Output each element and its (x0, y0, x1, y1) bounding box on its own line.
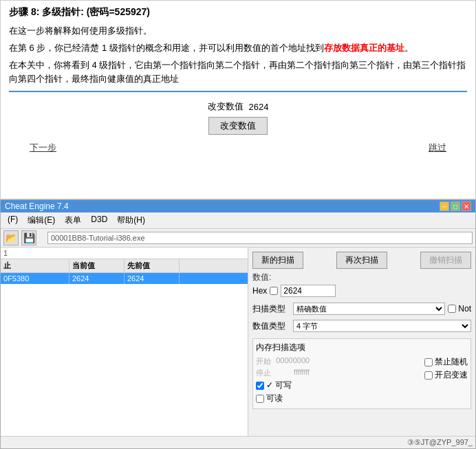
tutorial-body: 在这一步将解释如何使用多级指针。 在第 6 步，你已经清楚 1 级指针的概念和用… (9, 24, 467, 87)
tutorial-title: 步骤 8: 多级指针: (密码=525927) (9, 6, 467, 19)
value-type-row: 数值类型 4 字节 (252, 320, 471, 332)
statusbar-text: ③⑤JT@ZYP_997_ (407, 438, 473, 447)
tutorial-para2: 在第 6 步，你已经清楚 1 级指针的概念和用途，并可以利用数值的首个地址找到存… (9, 41, 467, 56)
tutorial-panel: 步骤 8: 多级指针: (密码=525927) 在这一步将解释如何使用多级指针。… (0, 0, 476, 199)
nav-row: 下一步 跳过 (9, 142, 467, 154)
value-row: 改变数值 2624 (208, 100, 269, 113)
disable-random-row: 禁止随机 (424, 356, 468, 368)
cell-current: 2624 (69, 273, 125, 284)
menu-table[interactable]: 表单 (61, 214, 85, 227)
stop-row: 停止 ffffffff (256, 368, 310, 378)
process-name: 00001BB8-Tutorial-i386.exe (51, 234, 145, 242)
stop-label: 停止 (256, 368, 271, 378)
not-checkbox[interactable] (448, 305, 456, 313)
value-section-label: 数值: (252, 272, 471, 283)
header-address: 止 (1, 259, 69, 272)
not-row: Not (448, 304, 471, 314)
start-value: 00000000 (276, 356, 310, 366)
toolbar-open-btn[interactable]: 📂 (3, 230, 19, 245)
readable-row: 可读 (256, 393, 310, 404)
maximize-btn[interactable]: □ (451, 201, 460, 211)
window-controls: ─ □ ✕ (440, 201, 471, 211)
ce-titlebar-text: Cheat Engine 7.4 (5, 201, 69, 211)
ce-panel: Cheat Engine 7.4 ─ □ ✕ (F) 编辑(E) 表单 D3D … (0, 199, 476, 449)
stop-value: ffffffff (294, 368, 310, 378)
menu-edit[interactable]: 编辑(E) (23, 214, 59, 227)
left-options: 开始 00000000 停止 ffffffff ✓ 可写 (256, 356, 310, 406)
cell-previous: 2624 (125, 273, 180, 284)
ce-main: 1 止 当前值 先前值 0F5380 2624 2624 新的扫描 再次扫描 撤… (1, 248, 475, 446)
hex-label: Hex (252, 286, 267, 296)
enable-fast-row: 开启变速 (424, 369, 468, 381)
disable-random-label: 禁止随机 (435, 356, 468, 368)
menu-file[interactable]: (F) (3, 214, 22, 227)
writable-checkbox[interactable] (256, 382, 264, 390)
toolbar-save-btn[interactable]: 💾 (21, 230, 36, 245)
right-options: 禁止随机 开启变速 (424, 356, 468, 406)
tutorial-para1: 在这一步将解释如何使用多级指针。 (9, 24, 467, 39)
new-scan-btn[interactable]: 新的扫描 (252, 252, 303, 269)
ce-address-list: 1 止 当前值 先前值 0F5380 2624 2624 (1, 248, 248, 446)
cancel-scan-btn[interactable]: 撤销扫描 (420, 252, 471, 269)
writable-label: ✓ 可写 (266, 380, 292, 391)
value-type-dropdown[interactable]: 4 字节 (293, 320, 471, 332)
divider (9, 91, 467, 92)
ce-toolbar: 📂 💾 00001BB8-Tutorial-i386.exe (1, 229, 475, 248)
readable-label: 可读 (266, 393, 283, 404)
menu-d3d[interactable]: D3D (87, 214, 111, 227)
ce-list-header: 止 当前值 先前值 (1, 259, 248, 273)
readable-checkbox[interactable] (256, 395, 264, 403)
scan-hex-row: Hex (252, 285, 471, 297)
scan-type-row: 扫描类型 精确数值 Not (252, 303, 471, 315)
scan-type-label: 扫描类型 (252, 303, 290, 315)
header-current: 当前值 (69, 259, 125, 272)
scan-value-section: 数值: Hex (252, 272, 471, 300)
tutorial-controls: 改变数值 2624 改变数值 下一步 跳过 (9, 100, 467, 154)
ce-statusbar: ③⑤JT@ZYP_997_ (1, 436, 475, 448)
next-scan-btn[interactable]: 再次扫描 (336, 252, 387, 269)
minimize-btn[interactable]: ─ (440, 201, 449, 211)
ce-menubar: (F) 编辑(E) 表单 D3D 帮助(H) (1, 212, 475, 229)
btn-change-value[interactable]: 改变数值 (208, 117, 268, 135)
start-label: 开始 (256, 356, 271, 366)
memory-options-body: 开始 00000000 停止 ffffffff ✓ 可写 (256, 356, 468, 406)
disable-random-checkbox[interactable] (424, 358, 433, 366)
change-value-label: 改变数值 (208, 100, 244, 113)
table-row[interactable]: 0F5380 2624 2624 (1, 273, 248, 284)
close-btn[interactable]: ✕ (462, 201, 471, 211)
hex-checkbox[interactable] (270, 287, 278, 295)
header-previous: 先前值 (125, 259, 180, 272)
list-count: 1 (1, 248, 248, 259)
enable-fast-label: 开启变速 (435, 369, 468, 381)
not-label: Not (458, 304, 471, 314)
start-row: 开始 00000000 (256, 356, 310, 366)
process-bar[interactable]: 00001BB8-Tutorial-i386.exe (47, 232, 473, 244)
enable-fast-checkbox[interactable] (424, 371, 433, 380)
writable-row: ✓ 可写 (256, 380, 310, 391)
cell-address: 0F5380 (1, 273, 69, 284)
scan-type-dropdown[interactable]: 精确数值 (293, 303, 445, 315)
memory-options: 内存扫描选项 开始 00000000 停止 ffffffff (252, 338, 471, 409)
value-type-label: 数值类型 (252, 320, 290, 332)
ce-titlebar: Cheat Engine 7.4 ─ □ ✕ (1, 200, 475, 212)
tutorial-para3: 在本关中，你将看到 4 级指针，它由第一个指针指向第二个指针，再由第二个指针指向… (9, 58, 467, 87)
nav-next-link[interactable]: 下一步 (30, 142, 56, 154)
scan-buttons-row: 新的扫描 再次扫描 撤销扫描 (252, 252, 471, 269)
ce-scan-panel: 新的扫描 再次扫描 撤销扫描 数值: Hex 扫描类型 精确数值 (248, 248, 475, 446)
memory-options-title: 内存扫描选项 (256, 342, 468, 353)
menu-help[interactable]: 帮助(H) (113, 214, 149, 227)
change-value-display: 2624 (249, 102, 269, 112)
value-input[interactable] (281, 285, 336, 297)
nav-skip-link[interactable]: 跳过 (429, 142, 446, 154)
